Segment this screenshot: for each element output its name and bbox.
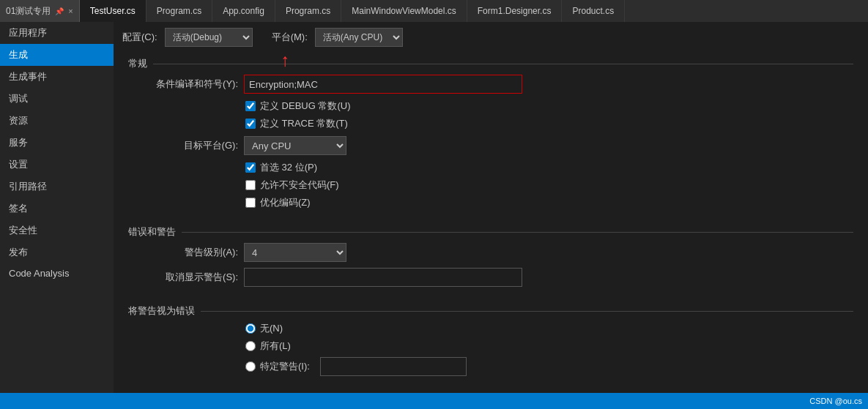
warning-level-label: 警告级别(A): — [128, 246, 238, 259]
sidebar-item-services[interactable]: 服务 — [0, 132, 114, 154]
tab-appconfig[interactable]: App.config — [212, 0, 275, 22]
general-divider-line — [153, 64, 853, 64]
config-label: 配置(C): — [122, 31, 157, 44]
radio-specific-row: 特定警告(I): — [128, 357, 853, 376]
sidebar-item-resources[interactable]: 资源 — [0, 110, 114, 132]
sidebar-item-build[interactable]: 生成 — [0, 44, 114, 66]
tab-form1designer-label: Form1.Designer.cs — [478, 6, 552, 16]
status-bar: CSDN @ou.cs — [0, 393, 868, 409]
conditional-row: 条件编译和符号(Y): ↓ — [128, 75, 853, 94]
target-platform-row: 目标平台(G): Any CPU x86 x64 Itanium — [128, 136, 853, 155]
define-debug-label[interactable]: 定义 DEBUG 常数(U) — [260, 100, 351, 113]
tab-program2[interactable]: Program.cs — [275, 0, 341, 22]
errors-divider-line — [182, 232, 853, 233]
tab-mainwindowviewmodel-label: MainWindowViewModel.cs — [352, 6, 456, 16]
define-trace-row: 定义 TRACE 常数(T) — [128, 117, 853, 130]
allow-unsafe-row: 允许不安全代码(F) — [128, 179, 853, 192]
sidebar-item-debug[interactable]: 调试 — [0, 88, 114, 110]
tab-product[interactable]: Product.cs — [562, 0, 625, 22]
errors-divider: 错误和警告 — [128, 225, 853, 239]
tab-product-label: Product.cs — [572, 6, 614, 16]
general-section: 常规 条件编译和符号(Y): ↓ 定义 DEBUG 常数(U) 定义 TRACE… — [114, 53, 868, 221]
tab-program1-label: Program.cs — [157, 6, 201, 16]
status-text: CSDN @ou.cs — [809, 397, 862, 405]
treat-warnings-divider: 将警告视为错误 — [128, 304, 853, 318]
treat-warnings-title: 将警告视为错误 — [128, 304, 195, 318]
treat-warnings-section: 将警告视为错误 无(N) 所有(L) 特定警告(I): — [114, 300, 868, 388]
define-trace-checkbox[interactable] — [245, 119, 256, 129]
conditional-input[interactable] — [244, 75, 522, 94]
sidebar-item-signing[interactable]: 签名 — [0, 198, 114, 219]
warning-level-select[interactable]: 4 0 1 2 3 — [244, 243, 346, 262]
prefer32-row: 首选 32 位(P) — [128, 161, 853, 174]
radio-all-label[interactable]: 所有(L) — [260, 339, 291, 353]
tab-form1designer[interactable]: Form1.Designer.cs — [467, 0, 563, 22]
project-tab[interactable]: 01测试专用 📌 × — [0, 0, 80, 22]
sidebar-item-build-events[interactable]: 生成事件 — [0, 66, 114, 88]
conditional-label: 条件编译和符号(Y): — [128, 78, 238, 91]
tab-appconfig-label: App.config — [223, 6, 264, 16]
radio-specific[interactable] — [245, 361, 256, 372]
allow-unsafe-checkbox[interactable] — [245, 180, 256, 190]
suppress-input[interactable] — [244, 268, 522, 287]
project-tab-label: 01测试专用 — [6, 5, 51, 18]
radio-specific-label[interactable]: 特定警告(I): — [260, 360, 310, 373]
config-select[interactable]: 活动(Debug) Debug Release — [165, 28, 253, 47]
pin-icon: 📌 — [55, 7, 64, 15]
treat-warnings-divider-line — [201, 311, 853, 312]
warning-level-row: 警告级别(A): 4 0 1 2 3 — [128, 243, 853, 262]
sidebar-item-code-analysis[interactable]: Code Analysis — [0, 263, 114, 283]
target-platform-select[interactable]: Any CPU x86 x64 Itanium — [244, 136, 346, 155]
sidebar-item-application[interactable]: 应用程序 — [0, 22, 114, 44]
specific-warnings-input[interactable] — [320, 357, 467, 376]
sidebar-item-settings[interactable]: 设置 — [0, 154, 114, 176]
sidebar: 应用程序 生成 生成事件 调试 资源 服务 设置 引用路径 签名 安全性 发布 — [0, 22, 114, 393]
general-divider: 常规 — [128, 57, 853, 70]
suppress-label: 取消显示警告(S): — [128, 271, 238, 284]
optimize-row: 优化编码(Z) — [128, 196, 853, 209]
define-debug-checkbox[interactable] — [245, 101, 256, 111]
allow-unsafe-label[interactable]: 允许不安全代码(F) — [260, 179, 339, 192]
tab-bar: 01测试专用 📌 × TestUser.cs Program.cs App.co… — [0, 0, 868, 22]
optimize-label[interactable]: 优化编码(Z) — [260, 196, 311, 209]
project-tab-close[interactable]: × — [68, 7, 73, 15]
define-debug-row: 定义 DEBUG 常数(U) — [128, 100, 853, 113]
tab-mainwindowviewmodel[interactable]: MainWindowViewModel.cs — [341, 0, 467, 22]
tab-program1[interactable]: Program.cs — [146, 0, 212, 22]
config-bar: 配置(C): 活动(Debug) Debug Release 平台(M): 活动… — [114, 22, 868, 53]
arrow-container: ↓ — [244, 75, 522, 94]
main-area: 应用程序 生成 生成事件 调试 资源 服务 设置 引用路径 签名 安全性 发布 — [0, 22, 868, 393]
errors-section: 错误和警告 警告级别(A): 4 0 1 2 3 取消显示警告(S): — [114, 221, 868, 300]
tab-program2-label: Program.cs — [286, 6, 330, 16]
sidebar-item-publish[interactable]: 发布 — [0, 241, 114, 263]
radio-none[interactable] — [245, 323, 256, 334]
define-trace-label[interactable]: 定义 TRACE 常数(T) — [260, 117, 348, 130]
radio-none-row: 无(N) — [128, 322, 853, 335]
content-area: 配置(C): 活动(Debug) Debug Release 平台(M): 活动… — [114, 22, 868, 393]
suppress-row: 取消显示警告(S): — [128, 268, 853, 287]
target-platform-label: 目标平台(G): — [128, 139, 238, 152]
tab-testuser-label: TestUser.cs — [90, 6, 136, 16]
radio-all[interactable] — [245, 341, 256, 351]
tab-testuser[interactable]: TestUser.cs — [80, 0, 146, 22]
radio-all-row: 所有(L) — [128, 339, 853, 353]
sidebar-item-security[interactable]: 安全性 — [0, 219, 114, 241]
sidebar-item-reference-paths[interactable]: 引用路径 — [0, 176, 114, 198]
radio-none-label[interactable]: 无(N) — [260, 322, 283, 335]
prefer32-checkbox[interactable] — [245, 162, 256, 173]
platform-select[interactable]: 活动(Any CPU) Any CPU x86 x64 — [315, 28, 403, 47]
platform-label: 平台(M): — [272, 31, 308, 44]
optimize-checkbox[interactable] — [245, 198, 256, 208]
general-title: 常规 — [128, 57, 147, 70]
errors-title: 错误和警告 — [128, 225, 176, 239]
prefer32-label[interactable]: 首选 32 位(P) — [260, 161, 317, 174]
